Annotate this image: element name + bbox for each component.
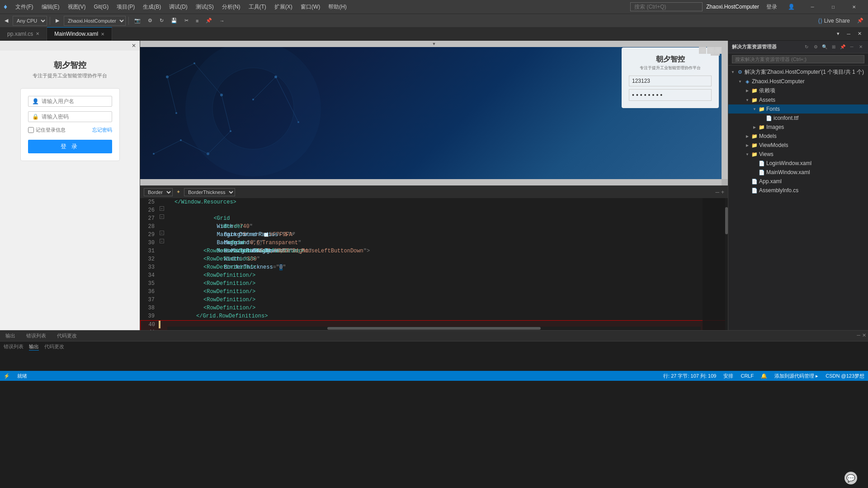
project-dropdown[interactable]: Zhaoxi.HostComputer [64, 16, 126, 26]
tree-assemblyinfo[interactable]: ▶ 📄 AssemblyInfo.cs [728, 186, 868, 195]
property-selector[interactable]: BorderThickness [184, 188, 235, 196]
menu-window[interactable]: 窗口(W) [297, 1, 324, 13]
menu-test[interactable]: 测试(S) [192, 1, 217, 13]
menu-help[interactable]: 帮助(H) [325, 1, 350, 13]
toolbar-settings[interactable]: ⚙ [145, 17, 155, 24]
designer-hscrollbar[interactable] [140, 179, 722, 185]
toolbar-save[interactable]: 💾 [168, 17, 180, 24]
login-button[interactable]: 登 录 [28, 140, 112, 153]
line-content-39[interactable]: </Grid.RowDefinitions> [173, 312, 728, 320]
tab-close-panel-btn[interactable]: ✕ [855, 30, 864, 38]
toolbar-pin-right[interactable]: 📌 [854, 17, 866, 24]
git-icon[interactable]: ⚡ [4, 373, 10, 379]
status-git[interactable]: 添加到源代码管理 ▸ [774, 373, 818, 379]
solution-search-input[interactable] [732, 55, 864, 63]
tree-solution-root[interactable]: ▼ ⚙ 解决方案'Zhaoxi.HostComputer'(1 个项目/共 1 … [728, 67, 868, 77]
remember-checkbox[interactable] [28, 127, 34, 133]
editor-collapse-btn[interactable]: ─ [715, 189, 719, 195]
tab-dropdown-btn[interactable]: ▾ [834, 30, 842, 38]
line-content-32[interactable]: <RowDefinition/> [173, 255, 728, 263]
bottom-panel-close-btn[interactable]: ✕ [862, 332, 866, 339]
bottom-tab-output[interactable]: 输出 [0, 331, 21, 341]
tree-loginwindow[interactable]: ▶ 📄 LoginWindow.xaml [728, 159, 868, 168]
login-button[interactable]: 登录 [763, 1, 781, 13]
expand-btn-29[interactable]: − [160, 231, 164, 235]
chat-icon[interactable]: 💬 [844, 472, 857, 484]
menu-project[interactable]: 项目(P) [113, 1, 138, 13]
tab-ppxamlcs[interactable]: pp.xaml.cs ✕ [0, 27, 47, 41]
element-selector[interactable]: Border [144, 188, 173, 196]
tab-close-mainwindow[interactable]: ✕ [101, 32, 104, 37]
menu-view[interactable]: 视图(V) [64, 1, 90, 13]
expand-btn-26[interactable]: − [160, 206, 164, 211]
line-content-38[interactable]: <RowDefinition/> [173, 304, 728, 312]
tree-viewmodels[interactable]: ▶ 📁 ViewModels [728, 141, 868, 150]
password-input[interactable] [42, 114, 108, 120]
menu-build[interactable]: 生成(B) [139, 1, 165, 13]
cpu-dropdown[interactable]: Any CPU [13, 16, 47, 26]
designer-code-btn[interactable]: ≡ [715, 47, 722, 54]
forgot-password-link[interactable]: 忘记密码 [92, 127, 112, 133]
toolbar-align[interactable]: ≡ [193, 17, 201, 24]
toolbar-camera[interactable]: 📷 [132, 17, 143, 24]
tree-iconfont[interactable]: ▶ 📄 iconfont.ttf [728, 114, 868, 123]
tree-project[interactable]: ▼ ◈ Zhaoxi.HostComputer [728, 77, 868, 86]
tree-dependencies[interactable]: ▶ 📁 依赖项 [728, 86, 868, 95]
tree-models[interactable]: ▶ 📁 Models [728, 132, 868, 141]
toolbar-refresh[interactable]: ↻ [157, 17, 166, 24]
line-content-25[interactable]: </Window.Resources> [173, 198, 728, 206]
solution-explorer-nav-btn[interactable]: ⊞ [830, 43, 837, 51]
tree-images[interactable]: ▶ 📁 Images [728, 123, 868, 132]
toolbar-cut[interactable]: ✂ [182, 17, 191, 24]
user-icon[interactable]: 👤 [784, 2, 798, 12]
line-content-33[interactable]: <RowDefinition/> [173, 263, 728, 271]
menu-tools[interactable]: 工具(T) [245, 1, 270, 13]
designer-grid-btn[interactable]: ⊞ [699, 47, 706, 54]
menu-edit[interactable]: 编辑(E) [38, 1, 63, 13]
notification-icon[interactable]: 🔔 [761, 373, 767, 379]
left-panel-close[interactable]: ✕ [129, 42, 139, 50]
close-button[interactable]: ✕ [844, 0, 864, 14]
tab-auto-hide-btn[interactable]: ─ [844, 30, 853, 38]
toolbar-back[interactable]: ◀ [2, 17, 11, 24]
remember-label[interactable]: 记住登录信息 [28, 127, 66, 133]
tree-assets[interactable]: ▼ 📁 Assets [728, 95, 868, 104]
toolbar-nav[interactable]: → [217, 17, 227, 24]
username-input[interactable] [42, 98, 108, 104]
expand-btn-27[interactable]: − [160, 214, 164, 219]
line-content-35[interactable]: <RowDefinition/> [173, 280, 728, 288]
solution-explorer-filter-btn[interactable]: ⚙ [812, 43, 819, 51]
global-search-input[interactable] [630, 2, 703, 11]
solution-explorer-autohide-btn[interactable]: ─ [848, 43, 855, 51]
solution-explorer-sync-btn[interactable]: ↻ [803, 43, 810, 51]
tree-mainwindow[interactable]: ▶ 📄 MainWindow.xaml [728, 168, 868, 177]
minimize-button[interactable]: ─ [802, 0, 823, 14]
designer-split-btn[interactable]: ⊟ [707, 47, 714, 54]
menu-debug[interactable]: 调试(D) [165, 1, 191, 13]
editor-vscroll-thumb[interactable] [725, 207, 728, 234]
output-changes-tab[interactable]: 代码更改 [44, 343, 64, 351]
toolbar-pin[interactable]: 📌 [203, 17, 215, 24]
menu-git[interactable]: Git(G) [90, 2, 113, 12]
tree-appxaml[interactable]: ▶ 📄 App.xaml [728, 177, 868, 186]
run-button[interactable]: ▶ [53, 17, 62, 24]
editor-expand-btn[interactable]: + [721, 189, 724, 195]
output-errors-tab[interactable]: 错误列表 [4, 343, 24, 351]
line-content-37[interactable]: <RowDefinition/> [173, 296, 728, 304]
tree-fonts[interactable]: ▼ 📁 Fonts [728, 104, 868, 114]
tab-close-ppxamlcs[interactable]: ✕ [36, 31, 39, 36]
designer-vscrollbar[interactable] [722, 47, 728, 179]
maximize-button[interactable]: □ [823, 0, 844, 14]
bottom-tab-changes[interactable]: 代码更改 [52, 331, 82, 341]
bottom-panel-pin-btn[interactable]: ─ [857, 332, 860, 339]
bottom-tab-errors[interactable]: 错误列表 [21, 331, 52, 341]
solution-explorer-search-btn[interactable]: 🔍 [821, 43, 828, 51]
solution-explorer-pin-btn[interactable]: 📌 [839, 43, 846, 51]
tab-mainwindow[interactable]: MainWindow.xaml ✕ [47, 27, 112, 41]
output-main-tab[interactable]: 输出 [29, 343, 39, 351]
menu-analyze[interactable]: 分析(N) [218, 1, 244, 13]
line-content-34[interactable]: <RowDefinition/> [173, 271, 728, 280]
tree-views[interactable]: ▼ 📁 Views [728, 150, 868, 159]
expand-btn-30[interactable]: − [160, 239, 164, 243]
line-content-31[interactable]: <RowDefinition Height="30"/> [173, 247, 728, 255]
